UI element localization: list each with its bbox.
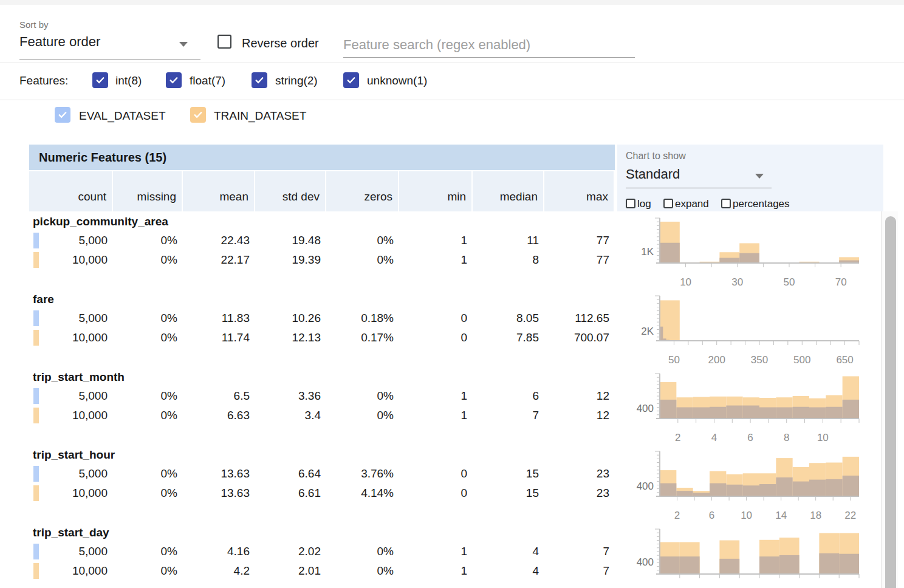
feature-type-checkbox-float[interactable] — [166, 72, 182, 88]
svg-text:8: 8 — [784, 432, 789, 443]
bar-eval_dataset — [726, 406, 742, 419]
column-header-max: max — [544, 171, 614, 211]
train-stats-row: 10,0000%4.22.010%147 — [29, 561, 615, 581]
svg-text:50: 50 — [668, 354, 680, 366]
stat-count: 10,000 — [29, 328, 108, 347]
stat-count: 5,000 — [29, 309, 108, 328]
stat-median: 7 — [473, 406, 539, 425]
train-stats-row: 10,0000%6.633.40%1712 — [29, 406, 615, 425]
sort-by-label: Sort by — [19, 19, 49, 30]
bar-eval_dataset — [726, 485, 742, 496]
column-header-count: count — [29, 171, 112, 211]
stat-mean: 4.16 — [183, 542, 250, 561]
feature-type-checkbox-string[interactable] — [252, 72, 267, 88]
sort-by-underline — [19, 59, 200, 60]
stat-mean: 13.63 — [183, 464, 250, 484]
chart-cell-trip_start_month: 246810400 — [621, 369, 864, 447]
top-strip — [0, 0, 904, 5]
stat-missing: 0% — [113, 484, 177, 503]
histogram-trip_start_day: 400 — [621, 525, 864, 588]
column-header-missing: missing — [113, 171, 182, 211]
stat-max: 77 — [544, 231, 609, 250]
dataset-checkbox-train[interactable] — [190, 107, 206, 123]
chart-type-value: Standard — [626, 166, 680, 182]
dataset-checkbox-eval[interactable] — [55, 107, 70, 123]
stat-median: 8 — [473, 250, 539, 270]
stat-min: 1 — [399, 561, 467, 581]
chart-option-checkbox-expand[interactable] — [663, 199, 673, 208]
bar-eval_dataset — [660, 400, 676, 419]
feature-search-input[interactable] — [343, 32, 635, 58]
stat-zeros: 0.17% — [326, 328, 394, 347]
stat-median: 11 — [473, 231, 539, 250]
chevron-down-icon — [179, 42, 188, 47]
svg-text:50: 50 — [784, 276, 795, 288]
stat-std-dev: 6.64 — [255, 464, 321, 484]
stat-count: 5,000 — [29, 231, 108, 250]
stat-std-dev: 10.26 — [255, 309, 321, 328]
stat-std-dev: 2.02 — [255, 542, 321, 561]
numeric-features-title: Numeric Features (15) — [39, 151, 166, 165]
vertical-scrollbar[interactable] — [881, 211, 898, 588]
bar-eval_dataset — [793, 482, 809, 496]
svg-text:6: 6 — [747, 432, 753, 443]
stat-missing: 0% — [113, 250, 177, 270]
stat-zeros: 4.14% — [326, 484, 394, 503]
stat-min: 1 — [399, 231, 467, 250]
feature-type-label-float: float(7) — [190, 73, 225, 89]
stat-missing: 0% — [113, 561, 177, 581]
chart-option-checkbox-log[interactable] — [626, 199, 635, 208]
stat-min: 1 — [399, 542, 467, 561]
feature-type-checkbox-int[interactable] — [92, 72, 108, 88]
stat-count: 10,000 — [29, 406, 108, 425]
bar-eval_dataset — [793, 407, 809, 419]
stats-header-row: countmissingmeanstd devzerosminmedianmax — [29, 171, 615, 211]
feature-block-trip_start_month: trip_start_month5,0000%6.53.360%161210,0… — [29, 369, 615, 447]
stat-std-dev: 3.4 — [255, 406, 321, 425]
stat-min: 0 — [399, 309, 467, 328]
sort-by-select[interactable]: Feature order — [19, 34, 200, 60]
stat-max: 12 — [544, 386, 609, 406]
stat-median: 8.05 — [473, 309, 539, 328]
column-header-mean: mean — [183, 171, 254, 211]
feature-type-label-unknown: unknown(1) — [367, 73, 427, 89]
svg-text:2K: 2K — [641, 326, 654, 337]
svg-text:1K: 1K — [641, 246, 654, 258]
bar-eval_dataset — [843, 476, 859, 496]
eval-stats-row: 5,0000%11.8310.260.18%08.05112.65 — [29, 309, 615, 328]
feature-name: trip_start_day — [33, 526, 109, 539]
feature-block-fare: fare5,0000%11.8310.260.18%08.05112.6510,… — [29, 292, 615, 369]
stat-zeros: 0% — [326, 542, 394, 561]
stat-max: 12 — [544, 406, 609, 425]
stat-mean: 13.63 — [183, 484, 250, 503]
scrollbar-thumb[interactable] — [885, 216, 896, 588]
stat-zeros: 0% — [326, 561, 394, 581]
column-header-std-dev: std dev — [255, 171, 325, 211]
chart-cell-fare: 502003505006502K — [621, 292, 864, 369]
train-stats-row: 10,0000%13.636.614.14%01523 — [29, 484, 615, 503]
svg-text:400: 400 — [637, 403, 654, 414]
feature-name: trip_start_month — [33, 371, 125, 384]
chart-type-underline — [626, 188, 772, 188]
stat-min: 1 — [399, 386, 467, 406]
feature-type-checkbox-unknown[interactable] — [343, 72, 359, 88]
dataset-label-train: TRAIN_DATASET — [214, 108, 306, 124]
chart-cell-pickup_community_area: 103050701K — [621, 214, 864, 292]
stat-count: 5,000 — [29, 542, 108, 561]
stat-max: 77 — [544, 250, 609, 270]
bar-eval_dataset — [680, 556, 700, 574]
feature-name: trip_start_hour — [33, 448, 115, 462]
svg-text:650: 650 — [836, 354, 853, 366]
stat-std-dev: 19.48 — [255, 231, 321, 250]
stat-zeros: 0.18% — [326, 309, 394, 328]
histogram-trip_start_month: 246810400 — [621, 369, 864, 447]
svg-text:400: 400 — [637, 480, 654, 492]
stat-mean: 22.17 — [183, 250, 250, 270]
chart-option-checkbox-percentages[interactable] — [721, 199, 731, 208]
bar-eval_dataset — [839, 554, 859, 574]
chart-type-select[interactable]: Standard — [626, 166, 772, 188]
feature-block-trip_start_day: trip_start_day5,0000%4.162.020%14710,000… — [29, 525, 615, 588]
stat-missing: 0% — [113, 406, 177, 425]
feature-type-label-string: string(2) — [275, 73, 318, 89]
reverse-order-checkbox[interactable] — [217, 35, 231, 49]
